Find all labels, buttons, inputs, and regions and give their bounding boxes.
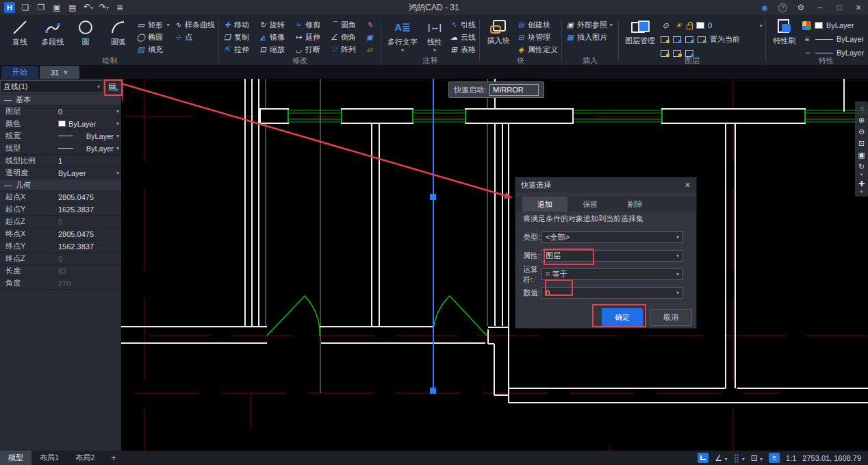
set-current-layer-button[interactable]: 置为当前 <box>710 34 740 45</box>
prop-row-length[interactable]: 长度 63 <box>0 265 121 277</box>
property-dropdown[interactable]: 图层▾ <box>541 250 683 262</box>
polyline-button[interactable]: 多段线 <box>38 17 68 47</box>
print-button[interactable]: ≣ <box>114 1 125 14</box>
type-dropdown[interactable]: <全部>▾ <box>541 231 683 243</box>
maximize-button[interactable]: □ <box>834 3 845 12</box>
undo-button[interactable]: ↶▾ <box>83 0 94 15</box>
line-button[interactable]: 直线 <box>5 17 35 47</box>
tab-drawing-31[interactable]: 31 ✕ <box>40 66 79 79</box>
chamfer-button[interactable]: ∠倒角 <box>329 32 365 42</box>
stretch-button[interactable]: ⇱拉伸 <box>222 44 258 55</box>
snap-grid-toggle[interactable]: ⣿ ▾ <box>733 453 744 463</box>
region-button[interactable]: ▣ <box>365 32 377 42</box>
redo-dropdown-icon[interactable]: ▾ <box>106 5 109 11</box>
redo-button[interactable]: ↷▾ <box>99 0 110 15</box>
hatch-button[interactable]: ▨填充 <box>136 44 170 55</box>
layer-tool-icon[interactable] <box>661 36 669 43</box>
create-block-button[interactable]: ⊞创建块 <box>516 19 558 30</box>
dialog-close-icon[interactable]: ✕ <box>685 181 691 190</box>
quick-launch-input[interactable]: MIRROR <box>489 84 539 96</box>
dropdown-icon[interactable]: ▾ <box>116 108 119 114</box>
osnap-dropdown-icon[interactable]: ▾ <box>760 456 763 462</box>
prop-row-endy[interactable]: 终点Y 1562.3837 <box>0 240 121 253</box>
prop-row-transparency[interactable]: 透明度 ByLayer▾ <box>0 167 121 179</box>
layer-tool-icon[interactable] <box>685 49 694 57</box>
dialog-title-bar[interactable]: 快速选择 ✕ <box>515 177 696 192</box>
layer-tool-icon[interactable] <box>661 49 669 57</box>
lineweight-control[interactable]: ≡ ByLayer ▾ <box>802 33 868 45</box>
layer-dropdown-icon[interactable]: ▾ <box>759 23 762 29</box>
selection-type-dropdown[interactable]: 直线(1) ▾ <box>0 80 103 92</box>
layer-visibility-icon[interactable]: ⊙ <box>661 21 670 30</box>
rectangle-button[interactable]: ▭矩形▾ <box>136 19 170 30</box>
prop-row-angle[interactable]: 角度 270 <box>0 277 121 290</box>
dialog-tab-append[interactable]: 追加 <box>522 197 567 212</box>
model-tab[interactable]: 模型 <box>0 451 31 465</box>
zoom-extents-icon[interactable]: ▣ <box>858 149 865 161</box>
prop-row-startx[interactable]: 起点X 2805.0475 <box>0 191 121 203</box>
circle-button[interactable]: 圆 <box>71 17 101 47</box>
user-account-icon[interactable]: ☻ <box>759 3 770 13</box>
axis-dropdown-icon[interactable]: ▾ <box>860 190 863 195</box>
copy-button[interactable]: ❏复制 <box>222 32 258 42</box>
layer-tool-icon[interactable] <box>685 36 694 43</box>
orbit-dropdown-icon[interactable]: ▾ <box>860 173 863 178</box>
insert-image-button[interactable]: ▦插入图片 <box>565 32 615 42</box>
layer-freeze-icon[interactable]: ☀ <box>674 21 683 30</box>
polar-dropdown-icon[interactable]: ▾ <box>724 456 727 462</box>
polar-tracking-toggle[interactable]: ∠ ▾ <box>715 453 727 463</box>
leader-button[interactable]: ↖引线 <box>449 19 476 30</box>
rotate-button[interactable]: ↻旋转 <box>258 19 294 30</box>
minimize-button[interactable]: – <box>815 3 826 12</box>
dialog-tab-remove[interactable]: 剔除 <box>613 197 658 212</box>
zoom-window-icon[interactable]: ⊡ <box>858 138 865 149</box>
color-control[interactable]: ByLayer ▾ <box>802 19 868 32</box>
insert-block-button[interactable]: 插入块 <box>483 17 513 46</box>
ok-button[interactable]: 确定 <box>602 308 643 327</box>
save-button[interactable]: ▣ <box>51 1 62 14</box>
prop-row-layer[interactable]: 图层 0▾ <box>0 105 121 118</box>
open-file-button[interactable]: ❐ <box>36 1 47 14</box>
layer-manager-button[interactable]: 图层管理 <box>622 17 658 46</box>
section-header-basic[interactable]: — 基本 <box>0 94 121 105</box>
add-layout-button[interactable]: + <box>103 451 125 465</box>
tab-start[interactable]: 开始 <box>1 66 38 79</box>
annotation-scale[interactable]: 1:1 <box>786 454 796 462</box>
match-properties-button[interactable]: 特性刷 <box>769 17 800 46</box>
table-button[interactable]: ⊞表格 <box>449 44 476 55</box>
cancel-button[interactable]: 取消 <box>650 309 692 326</box>
ellipse-button[interactable]: ◯椭圆 <box>136 32 170 42</box>
orbit-icon[interactable]: ↻ <box>858 161 865 173</box>
dialog-tab-keep[interactable]: 保留 <box>567 197 613 212</box>
trim-button[interactable]: ✁修剪 <box>294 19 329 30</box>
attribute-define-button[interactable]: ◈属性定义 <box>516 44 558 55</box>
prop-row-ltscale[interactable]: 线型比例 1 <box>0 155 121 167</box>
spline-button[interactable]: ∿样条曲线 <box>173 19 215 30</box>
move-button[interactable]: ✚移动 <box>222 19 258 30</box>
prop-row-linetype[interactable]: 线型 ByLayer▾ <box>0 142 121 155</box>
layer-tool-icon[interactable] <box>673 36 682 43</box>
prop-row-starty[interactable]: 起点Y 1625.3837 <box>0 203 121 216</box>
sketch-button[interactable]: ✎ <box>365 19 377 30</box>
mtext-button[interactable]: A≣ 多行文字 ▾ <box>385 17 420 53</box>
object-snap-toggle[interactable]: ⊡ ▾ <box>751 453 763 463</box>
group-button[interactable]: ▱ <box>365 44 377 55</box>
dropdown-icon[interactable]: ▾ <box>116 145 119 151</box>
operator-dropdown[interactable]: = 等于▾ <box>541 268 683 280</box>
undo-dropdown-icon[interactable]: ▾ <box>90 5 93 11</box>
arc-button[interactable]: 圆弧 <box>103 17 133 47</box>
dim-dropdown-icon[interactable]: ▾ <box>433 49 436 53</box>
layout2-tab[interactable]: 布局2 <box>67 451 103 465</box>
new-file-button[interactable]: ❏ <box>20 1 31 14</box>
dropdown-icon[interactable]: ▾ <box>116 133 119 139</box>
layer-tool-icon[interactable] <box>698 36 706 43</box>
section-header-geometry[interactable]: — 几何 <box>0 179 121 191</box>
prop-row-endx[interactable]: 终点X 2805.0475 <box>0 228 121 240</box>
prop-row-lineweight[interactable]: 线宽 ByLayer▾ <box>0 130 121 142</box>
layer-lock-icon[interactable] <box>687 25 693 29</box>
axis-icon[interactable]: ✚ <box>858 178 865 190</box>
fillet-button[interactable]: ⌒圆角 <box>329 19 365 30</box>
extend-button[interactable]: ↦延伸 <box>294 32 329 42</box>
point-button[interactable]: ⊹点 <box>173 32 215 42</box>
zoom-out-icon[interactable]: ⊖ <box>858 126 865 138</box>
